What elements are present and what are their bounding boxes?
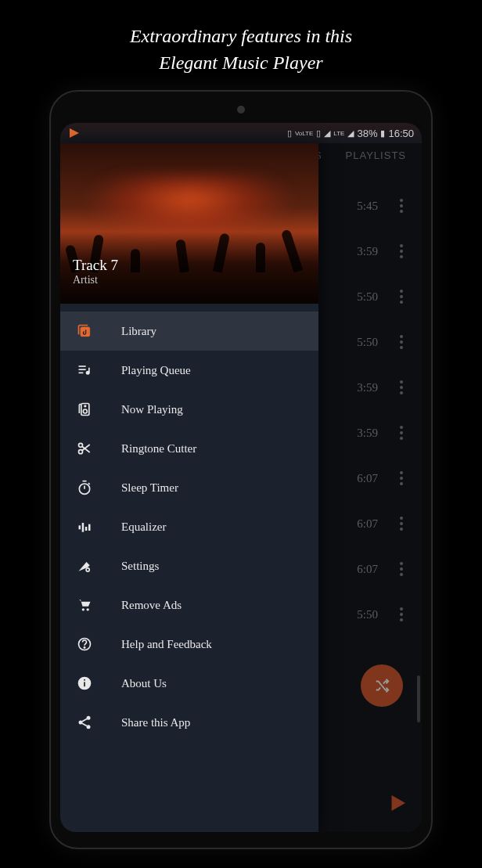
more-icon[interactable]	[400, 199, 403, 213]
svg-rect-18	[79, 525, 81, 529]
status-bar: ▯ VoLTE ▯ ◢ LTE ◢ 38% ▮ 16:50	[60, 123, 422, 143]
svg-rect-19	[82, 523, 85, 532]
queue-icon	[76, 362, 93, 379]
drawer-item-label: Settings	[121, 560, 159, 573]
svg-point-24	[87, 608, 89, 610]
track-time: 5:45	[357, 200, 378, 213]
drawer-item-settings[interactable]: Settings	[60, 546, 318, 585]
drawer-item-library[interactable]: Library	[60, 312, 318, 351]
app-logo-icon	[68, 127, 81, 139]
svg-rect-28	[84, 682, 85, 686]
svg-marker-0	[70, 128, 79, 138]
battery-percent: 38%	[357, 128, 377, 139]
more-icon[interactable]	[400, 244, 403, 258]
tab-playlists[interactable]: PLAYLISTS	[346, 149, 406, 161]
status-time: 16:50	[388, 128, 414, 139]
drawer-list: Library Playing Queue Now Playing	[60, 304, 318, 750]
svg-point-23	[82, 608, 85, 610]
drawer-item-label: About Us	[121, 677, 167, 690]
more-icon[interactable]	[400, 335, 403, 349]
svg-rect-20	[85, 527, 88, 531]
settings-icon	[76, 557, 93, 574]
drawer-item-help[interactable]: Help and Feedback	[60, 625, 318, 664]
svg-point-10	[79, 443, 83, 447]
svg-marker-1	[392, 795, 406, 811]
drawer-header[interactable]: Track 7 Artist	[60, 143, 318, 304]
drawer-item-ringtone-cutter[interactable]: Ringtone Cutter	[60, 429, 318, 468]
track-time: 3:59	[357, 245, 378, 258]
svg-point-29	[84, 679, 85, 681]
drawer-item-remove-ads[interactable]: Remove Ads	[60, 585, 318, 625]
svg-line-34	[82, 723, 87, 726]
drawer-track-artist: Artist	[73, 274, 306, 286]
play-button[interactable]	[386, 791, 409, 815]
signal2-icon: ◢	[347, 128, 354, 139]
cart-icon	[76, 596, 93, 614]
drawer-item-label: Equalizer	[121, 520, 166, 534]
svg-rect-2	[81, 327, 90, 337]
app-body: ERS PLAYLISTS 5:45 3:59 5:50	[60, 143, 422, 832]
shuffle-icon	[373, 677, 390, 694]
drawer-item-label: Sleep Timer	[121, 481, 178, 495]
drawer-item-label: Playing Queue	[121, 364, 191, 377]
battery-icon: ▮	[380, 128, 385, 139]
more-icon[interactable]	[400, 517, 403, 531]
drawer-item-queue[interactable]: Playing Queue	[60, 351, 318, 390]
svg-point-22	[86, 568, 89, 571]
more-icon[interactable]	[400, 562, 403, 576]
svg-point-11	[79, 450, 83, 454]
drawer-item-label: Help and Feedback	[121, 638, 212, 651]
svg-point-31	[79, 721, 83, 725]
drawer-item-label: Now Playing	[121, 403, 183, 416]
promo-line2: Elegant Music Player	[31, 50, 451, 77]
promo-headline: Extraordinary features in this Elegant M…	[0, 0, 482, 92]
track-time: 5:50	[357, 608, 378, 621]
help-icon	[76, 636, 93, 653]
equalizer-icon	[76, 518, 93, 535]
drawer-item-label: Library	[121, 325, 156, 338]
drawer-item-about[interactable]: About Us	[60, 664, 318, 703]
promo-line1: Extraordinary features in this	[31, 23, 451, 50]
svg-line-17	[88, 483, 90, 484]
drawer-track-title: Track 7	[73, 257, 306, 274]
track-time: 3:59	[357, 381, 378, 394]
shuffle-fab[interactable]	[361, 665, 403, 707]
track-time: 5:50	[357, 290, 378, 304]
track-time: 6:07	[357, 472, 378, 485]
more-icon[interactable]	[400, 471, 403, 485]
drawer-item-share[interactable]: Share this App	[60, 703, 318, 742]
svg-rect-21	[88, 524, 91, 531]
svg-line-33	[82, 719, 87, 721]
track-time: 6:07	[357, 517, 378, 531]
more-icon[interactable]	[400, 290, 403, 304]
timer-icon	[76, 479, 93, 496]
track-time: 5:50	[357, 336, 378, 349]
sim-icon: ▯	[287, 128, 292, 139]
more-icon[interactable]	[400, 426, 403, 440]
track-time: 3:59	[357, 427, 378, 440]
drawer-item-sleep-timer[interactable]: Sleep Timer	[60, 468, 318, 507]
volte-icon: VoLTE	[295, 130, 313, 137]
signal-icon: ◢	[324, 128, 330, 139]
more-icon[interactable]	[400, 380, 403, 394]
nav-drawer: Track 7 Artist Library Playing	[60, 143, 318, 832]
drawer-item-now-playing[interactable]: Now Playing	[60, 390, 318, 429]
phone-screen: ▯ VoLTE ▯ ◢ LTE ◢ 38% ▮ 16:50 ERS PLAYLI…	[60, 123, 422, 832]
track-time: 6:07	[357, 563, 378, 576]
svg-point-26	[84, 647, 85, 648]
share-icon	[76, 714, 93, 731]
phone-frame: ▯ VoLTE ▯ ◢ LTE ◢ 38% ▮ 16:50 ERS PLAYLI…	[49, 90, 433, 849]
play-icon	[386, 791, 409, 815]
info-icon	[76, 675, 93, 692]
svg-point-30	[87, 716, 91, 720]
drawer-item-label: Share this App	[121, 716, 190, 729]
scrollbar[interactable]	[417, 675, 420, 722]
drawer-item-label: Ringtone Cutter	[121, 442, 196, 456]
more-icon[interactable]	[400, 607, 403, 621]
drawer-item-equalizer[interactable]: Equalizer	[60, 507, 318, 546]
svg-point-32	[87, 725, 91, 729]
svg-point-9	[85, 405, 86, 407]
sim2-icon: ▯	[316, 128, 321, 139]
svg-point-8	[83, 409, 87, 413]
library-icon	[76, 322, 93, 340]
